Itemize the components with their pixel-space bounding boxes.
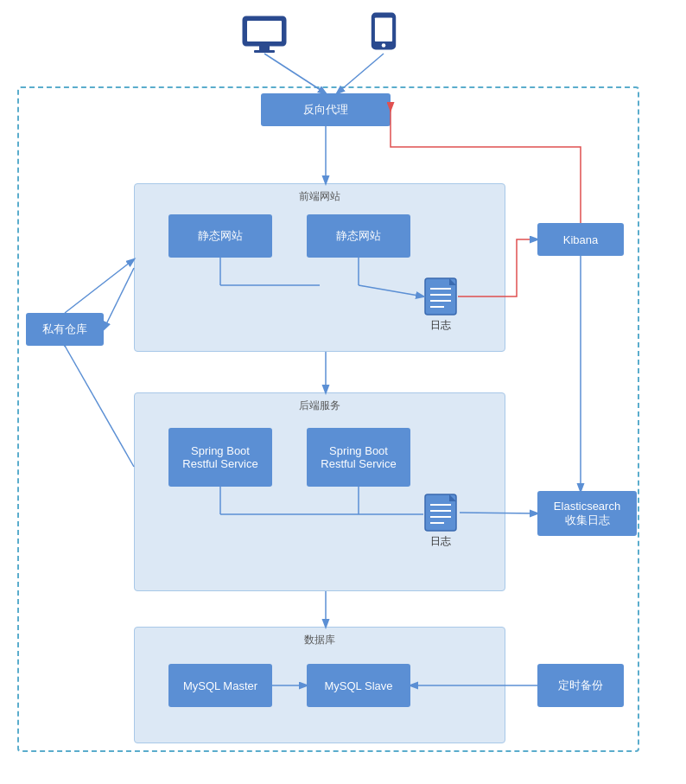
- static2-box: 静态网站: [307, 214, 410, 258]
- proxy-box: 反向代理: [261, 93, 391, 126]
- private-repo-box: 私有仓库: [26, 313, 104, 346]
- mysql-slave-box: MySQL Slave: [307, 664, 410, 707]
- kibana-label: Kibana: [563, 233, 598, 246]
- log1-label: 日志: [430, 318, 451, 333]
- frontend-panel-label: 前端网站: [135, 189, 505, 204]
- svg-rect-3: [254, 50, 275, 53]
- mysql-slave-label: MySQL Slave: [325, 679, 393, 692]
- backend-panel-label: 后端服务: [135, 398, 505, 413]
- private-repo-label: 私有仓库: [42, 322, 87, 337]
- elasticsearch-box: Elasticsearch 收集日志: [537, 491, 637, 536]
- backend-panel: 后端服务: [134, 392, 505, 591]
- database-panel-label: 数据库: [135, 633, 505, 647]
- spring2-box: Spring Boot Restful Service: [307, 428, 410, 487]
- backup-box: 定时备份: [537, 664, 624, 707]
- log1-icon: 日志: [423, 277, 458, 333]
- log2-icon: 日志: [423, 493, 458, 549]
- backup-label: 定时备份: [558, 678, 603, 693]
- spring2-label: Spring Boot Restful Service: [321, 444, 396, 470]
- static2-label: 静态网站: [336, 228, 381, 244]
- mysql-master-label: MySQL Master: [183, 679, 257, 692]
- static1-label: 静态网站: [198, 228, 243, 244]
- phone-icon: [370, 12, 397, 50]
- spring1-label: Spring Boot Restful Service: [182, 444, 257, 470]
- log2-label: 日志: [430, 534, 451, 549]
- svg-rect-5: [375, 17, 392, 41]
- svg-rect-2: [259, 46, 270, 50]
- kibana-box: Kibana: [537, 223, 624, 256]
- svg-rect-1: [247, 21, 282, 41]
- spring1-box: Spring Boot Restful Service: [168, 428, 272, 487]
- proxy-label: 反向代理: [303, 102, 348, 118]
- static1-box: 静态网站: [168, 214, 272, 258]
- monitor-icon: [242, 16, 287, 54]
- svg-point-6: [382, 43, 386, 48]
- mysql-master-box: MySQL Master: [168, 664, 272, 707]
- elasticsearch-label: Elasticsearch 收集日志: [554, 500, 620, 528]
